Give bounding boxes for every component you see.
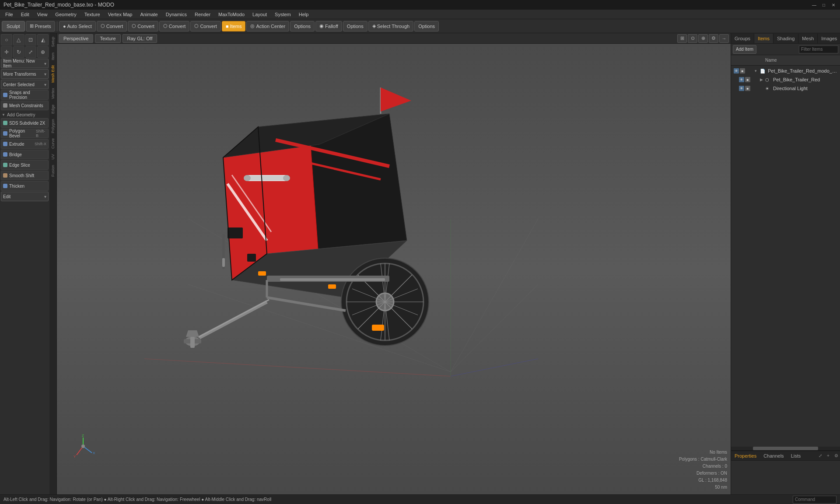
- menu-texture[interactable]: Texture: [81, 11, 104, 18]
- eye-icon-2[interactable]: 👁: [739, 77, 744, 82]
- falloff-options-button[interactable]: Options: [343, 21, 368, 32]
- select-through-options-button[interactable]: Options: [414, 21, 439, 32]
- item-menu-dropdown[interactable]: Item Menu: New Item: [1, 59, 49, 68]
- center-selected-dropdown[interactable]: Center Selected: [1, 80, 49, 89]
- vp-icon-settings[interactable]: ⚙: [709, 34, 718, 43]
- vp-icon-grid[interactable]: ⊞: [677, 34, 687, 43]
- items-button[interactable]: ■ Items: [222, 21, 246, 32]
- props-tab-properties[interactable]: Properties: [731, 452, 760, 460]
- render-icon-1[interactable]: ■: [740, 68, 745, 74]
- menu-animate[interactable]: Animate: [136, 11, 161, 18]
- vp-icon-camera[interactable]: ⊙: [688, 34, 697, 43]
- file-icon: 📄: [760, 69, 766, 74]
- tab-images[interactable]: Images: [818, 34, 840, 43]
- bridge-btn[interactable]: Bridge: [1, 150, 49, 159]
- menu-geometry[interactable]: Geometry: [52, 11, 80, 18]
- sds-subdivide-btn[interactable]: SDS Subdivide 2X: [1, 118, 49, 128]
- mesh-constraints-btn[interactable]: Mesh Constraints: [1, 101, 49, 110]
- tool-icon-transform[interactable]: ⊕: [37, 46, 49, 58]
- action-center-button[interactable]: ◎ Action Center: [246, 21, 289, 32]
- menu-system[interactable]: System: [271, 11, 294, 18]
- side-tab-mesh-edit[interactable]: Mesh Edit: [50, 63, 56, 85]
- props-tab-channels[interactable]: Channels: [760, 452, 787, 460]
- tool-icon-rotate[interactable]: ↻: [13, 46, 24, 58]
- viewport-tab-perspective[interactable]: Perspective: [59, 34, 93, 43]
- falloff-button[interactable]: ◉ Falloff: [315, 21, 342, 32]
- props-expand-icon[interactable]: ⤢: [816, 452, 824, 460]
- tool-icon-move[interactable]: ✛: [1, 46, 12, 58]
- sculpt-button[interactable]: Sculpt: [2, 21, 25, 32]
- convert-button-1[interactable]: ⬡ Convert: [97, 21, 127, 32]
- convert-button-2[interactable]: ⬡ Convert: [128, 21, 158, 32]
- vp-icon-arrow[interactable]: →: [719, 34, 729, 43]
- menu-layout[interactable]: Layout: [249, 11, 270, 18]
- side-tab-vertex[interactable]: Vertex: [50, 85, 56, 102]
- minimize-btn[interactable]: —: [811, 2, 817, 8]
- tool-icon-cylinder[interactable]: ⊡: [25, 34, 37, 46]
- viewport-tab-texture[interactable]: Texture: [95, 34, 120, 43]
- side-tab-curve[interactable]: Curve: [50, 136, 56, 151]
- edit-dropdown[interactable]: Edit: [1, 192, 49, 201]
- side-tab-item[interactable]: Item: [50, 50, 56, 63]
- item-row-light[interactable]: 👁 ■ ☀ Directional Light: [732, 84, 839, 93]
- tool-icon-triangle[interactable]: △: [13, 34, 24, 46]
- more-transforms-dropdown[interactable]: More Transforms: [1, 69, 49, 79]
- tab-mesh[interactable]: Mesh: [798, 34, 818, 43]
- menu-dynamics[interactable]: Dynamics: [162, 11, 190, 18]
- select-through-button[interactable]: ◈ Select Through: [368, 21, 413, 32]
- menu-edit[interactable]: Edit: [18, 11, 33, 18]
- menu-maxtomodo[interactable]: MaxToModo: [215, 11, 248, 18]
- expand-file[interactable]: ▾: [755, 69, 760, 73]
- filter-items-input[interactable]: [799, 46, 838, 53]
- tool-icon-scale[interactable]: ⤢: [25, 46, 37, 58]
- presets-button[interactable]: ⊞ Presets: [26, 21, 55, 32]
- menu-help[interactable]: Help: [295, 11, 312, 18]
- close-btn[interactable]: ✕: [830, 2, 836, 8]
- menu-render[interactable]: Render: [191, 11, 214, 18]
- render-icon-3[interactable]: ■: [745, 86, 750, 91]
- viewport-header-right: ⊞ ⊙ ⊕ ⚙ →: [677, 34, 729, 43]
- tab-shading[interactable]: Shading: [774, 34, 798, 43]
- polygon-bevel-btn[interactable]: Polygon Bevel Shift-B: [1, 129, 49, 138]
- add-item-button[interactable]: Add Item: [733, 45, 756, 54]
- props-plus-icon[interactable]: +: [824, 452, 832, 460]
- edge-slice-icon: [3, 163, 7, 167]
- menu-file[interactable]: File: [2, 11, 17, 18]
- smooth-shift-btn[interactable]: Smooth Shift: [1, 171, 49, 180]
- side-tab-edge[interactable]: Edge: [50, 102, 56, 116]
- props-tab-lists[interactable]: Lists: [788, 452, 805, 460]
- render-icon-2[interactable]: ■: [745, 77, 750, 82]
- menu-vertexmap[interactable]: Vertex Map: [105, 11, 136, 18]
- snaps-precision-btn[interactable]: Snaps and Precision: [1, 90, 49, 100]
- extrude-btn[interactable]: Extrude Shift-X: [1, 139, 49, 149]
- expand-mesh[interactable]: ▶: [760, 77, 765, 82]
- tab-items[interactable]: Items: [754, 34, 774, 43]
- vp-icon-light[interactable]: ⊕: [698, 34, 708, 43]
- side-tab-setup[interactable]: Setup: [50, 34, 56, 50]
- eye-icon-3[interactable]: 👁: [739, 86, 744, 91]
- maximize-btn[interactable]: □: [821, 2, 827, 8]
- action-center-options-button[interactable]: Options: [290, 21, 315, 32]
- convert-button-4[interactable]: ⬡ Convert: [190, 21, 221, 32]
- items-scrollbar-h[interactable]: [731, 447, 840, 450]
- tool-icon-cone[interactable]: ◭: [37, 34, 49, 46]
- item-row-file[interactable]: 👁 ■ ▾ 📄 Pet_Bike_Trailer_Red_modo_base.l…: [732, 66, 839, 75]
- tab-groups[interactable]: Groups: [731, 34, 754, 43]
- viewport-canvas[interactable]: X Y Z No Items Polygons : Catmull-Clark …: [57, 44, 731, 494]
- menu-view[interactable]: View: [34, 11, 51, 18]
- svg-rect-43: [190, 337, 195, 348]
- props-settings-icon[interactable]: ⚙: [832, 452, 840, 460]
- side-tab-polygon[interactable]: Polygon: [50, 116, 56, 136]
- thicken-btn[interactable]: Thicken: [1, 181, 49, 191]
- viewport-tab-raygl[interactable]: Ray GL: Off: [122, 34, 158, 43]
- side-tab-uv[interactable]: UV: [50, 151, 56, 162]
- side-tab-fusion[interactable]: Fusion: [50, 162, 56, 179]
- auto-select-button[interactable]: ● Auto Select: [59, 21, 96, 32]
- item-row-mesh[interactable]: 👁 ■ ▶ ⬡ Pet_Bike_Trailer_Red: [732, 75, 839, 84]
- eye-icon-1[interactable]: 👁: [734, 68, 739, 74]
- edge-slice-btn[interactable]: Edge Slice: [1, 160, 49, 170]
- tool-icon-circle[interactable]: ○: [1, 34, 12, 46]
- add-geometry-header[interactable]: Add Geometry: [1, 111, 49, 118]
- command-input[interactable]: [793, 496, 836, 504]
- convert-button-3[interactable]: ⬡ Convert: [159, 21, 190, 32]
